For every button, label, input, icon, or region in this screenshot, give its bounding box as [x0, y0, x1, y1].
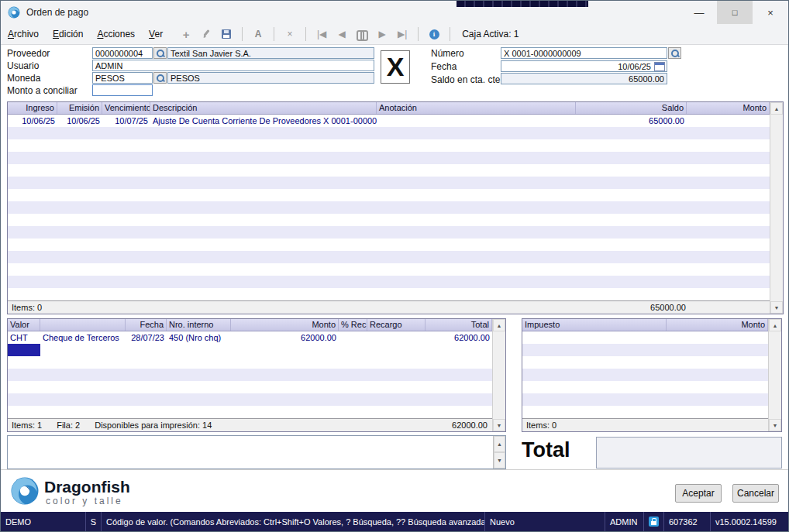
grid-empty-row[interactable] [8, 393, 492, 406]
spinner-up-button[interactable]: ▲ [494, 436, 505, 452]
grid-empty-row[interactable] [522, 356, 768, 369]
grid-empty-row[interactable] [522, 393, 768, 406]
grid-empty-row[interactable] [8, 152, 770, 164]
column-header-descripcion[interactable]: Descripción [150, 102, 377, 114]
scroll-down-button[interactable]: ▼ [770, 301, 783, 314]
edit-pencil-icon[interactable] [198, 26, 215, 42]
cancelar-button[interactable]: Cancelar [732, 484, 779, 503]
grid-empty-row[interactable] [8, 226, 770, 239]
fecha-input[interactable] [501, 60, 667, 72]
column-header-monto[interactable]: Monto [687, 102, 770, 114]
proveedor-name-input[interactable] [167, 47, 374, 59]
saldo-cta-cte-input[interactable] [501, 73, 667, 84]
numero-search-button[interactable] [668, 47, 681, 59]
moneda-name-input[interactable] [167, 72, 374, 84]
observaciones-textarea[interactable] [8, 436, 493, 469]
scroll-down-button[interactable]: ▼ [769, 419, 781, 431]
valores-grid-scrollbar[interactable]: ▲ ▼ [492, 319, 505, 431]
empty-cell[interactable] [367, 344, 426, 356]
grid-empty-row[interactable] [522, 344, 768, 356]
grid-empty-row[interactable] [8, 214, 770, 226]
spinner-down-button[interactable]: ▼ [494, 452, 505, 469]
grid-empty-row[interactable] [8, 406, 492, 418]
grid-empty-row[interactable] [522, 369, 768, 381]
column-header-nro-interno[interactable]: Nro. interno [167, 319, 231, 331]
grid-empty-row[interactable] [8, 288, 770, 300]
scroll-up-button[interactable]: ▲ [493, 319, 505, 331]
cell-ingreso[interactable]: 10/06/25 [8, 115, 57, 127]
empty-cell[interactable] [426, 344, 492, 356]
delete-icon[interactable]: × [281, 26, 298, 42]
empty-cell[interactable] [126, 344, 167, 356]
empty-cell[interactable] [339, 344, 367, 356]
scroll-up-button[interactable]: ▲ [770, 102, 783, 115]
grid-empty-row[interactable] [8, 139, 770, 152]
cell-valor[interactable]: CHT [8, 331, 40, 344]
grid-empty-row[interactable] [8, 276, 770, 288]
monto-a-conciliar-input[interactable] [92, 84, 153, 96]
menu-archivo[interactable]: Archivo [1, 25, 46, 43]
grid-empty-row[interactable] [8, 239, 770, 251]
cell-monto[interactable]: 62000.00 [231, 331, 339, 344]
cell-fecha[interactable]: 28/07/23 [126, 331, 167, 344]
grid-empty-row[interactable] [8, 189, 770, 201]
grid-empty-row[interactable] [8, 164, 770, 177]
previous-record-icon[interactable]: ◀ [333, 26, 350, 42]
cell-recargo[interactable] [367, 331, 426, 344]
grid-empty-row[interactable] [522, 406, 768, 418]
moneda-code-input[interactable] [92, 72, 153, 84]
font-icon[interactable]: A [250, 26, 267, 42]
column-header-fecha[interactable]: Fecha [126, 319, 167, 331]
grid-empty-row[interactable] [8, 201, 770, 214]
column-header-recargo[interactable]: Recargo [367, 319, 426, 331]
empty-cell[interactable] [167, 344, 231, 356]
grid-empty-row[interactable] [522, 381, 768, 393]
first-record-icon[interactable]: |◀ [313, 26, 330, 42]
minimize-button[interactable]: — [681, 1, 717, 24]
proveedor-search-button[interactable] [153, 47, 167, 59]
search-binoculars-icon[interactable] [353, 26, 370, 42]
calendar-icon[interactable] [654, 62, 665, 71]
column-header-rec[interactable]: % Rec. [339, 319, 367, 331]
grid-empty-row[interactable] [8, 251, 770, 263]
grid-empty-row[interactable] [8, 369, 492, 381]
main-grid-scrollbar[interactable]: ▲ ▼ [770, 102, 783, 314]
grid-empty-row[interactable] [8, 263, 770, 276]
menu-edicion[interactable]: Edición [46, 25, 90, 43]
cell-vencimiento[interactable]: 10/07/25 [102, 115, 150, 127]
cell-nro-interno[interactable]: 450 (Nro chq) [167, 331, 231, 344]
cell-rec[interactable] [339, 331, 367, 344]
cell-valor-nombre[interactable]: Cheque de Terceros [40, 331, 126, 344]
grid-empty-row[interactable] [8, 356, 492, 369]
save-icon[interactable] [218, 26, 235, 42]
empty-cell[interactable] [231, 344, 339, 356]
info-icon-button[interactable] [426, 26, 443, 42]
cell-descripcion[interactable]: Ajuste De Cuenta Corriente De Proveedore… [150, 115, 377, 127]
cell-total[interactable]: 62000.00 [426, 331, 492, 344]
column-header-saldo[interactable]: Saldo [576, 102, 687, 114]
moneda-search-button[interactable] [153, 72, 167, 84]
empty-cell[interactable] [40, 344, 126, 356]
valores-grid-selected-row[interactable] [8, 344, 492, 356]
cell-monto[interactable] [687, 115, 770, 127]
grid-empty-row[interactable] [8, 127, 770, 139]
selected-cell[interactable] [8, 344, 40, 356]
status-lock[interactable] [644, 512, 664, 531]
grid-empty-row[interactable] [522, 331, 768, 344]
column-header-valor-nombre[interactable] [40, 319, 126, 331]
column-header-total[interactable]: Total [426, 319, 492, 331]
cell-anotacion[interactable] [377, 115, 576, 127]
column-header-ingreso[interactable]: Ingreso [8, 102, 57, 114]
main-grid-data-row[interactable]: 10/06/25 10/06/25 10/07/25 Ajuste De Cue… [8, 115, 770, 127]
proveedor-code-input[interactable] [92, 47, 153, 59]
column-header-monto[interactable]: Monto [667, 319, 768, 331]
cell-saldo[interactable]: 65000.00 [576, 115, 687, 127]
numero-input[interactable] [501, 47, 667, 59]
valores-grid-data-row[interactable]: CHT Cheque de Terceros 28/07/23 450 (Nro… [8, 331, 492, 344]
grid-empty-row[interactable] [8, 381, 492, 393]
close-button[interactable]: × [753, 1, 788, 24]
column-header-emision[interactable]: Emisión [57, 102, 102, 114]
column-header-vencimiento[interactable]: Vencimiento [102, 102, 150, 114]
cell-emision[interactable]: 10/06/25 [57, 115, 102, 127]
usuario-input[interactable] [92, 60, 374, 71]
